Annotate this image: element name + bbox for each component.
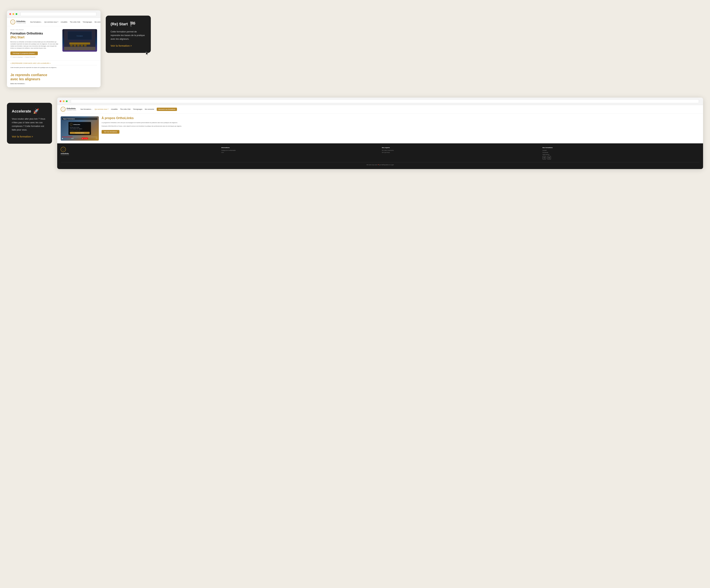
browser-chrome-bottom	[57, 98, 703, 105]
nav-link-links[interactable]: The Links Club	[70, 21, 80, 23]
url-bar-bottom[interactable]	[71, 99, 699, 103]
nav-logo-icon-2: ◯	[61, 107, 66, 112]
dot-green-bottom[interactable]	[66, 100, 68, 102]
url-bar-top[interactable]	[20, 12, 96, 16]
footer-social	[543, 156, 700, 160]
footer-logo-text: Ortholiinks	[61, 153, 218, 155]
footer-col2-title: Nos experts	[382, 147, 539, 148]
duration-info: ⏱ 2 jours en physique + 1 Session Person…	[10, 56, 60, 58]
video-thumbnail: Aligner Performance ◯ OrthoLiinks les li…	[61, 116, 99, 141]
footer-inner: ◯ Ortholiinks FORMATIONS Informations Po…	[61, 147, 700, 160]
about-text2: Partenaire d'INVISALIGN en France, notre…	[101, 125, 700, 127]
svg-point-16	[548, 157, 549, 158]
voir-formations-btn[interactable]: Voir nos formations	[101, 130, 119, 134]
footer-col1-item2[interactable]: CGV	[221, 152, 379, 153]
video-rejoin: Rejoignez le links club	[70, 130, 90, 131]
dot-red[interactable]	[9, 13, 11, 15]
restart-card-link[interactable]: Voir la formation >	[111, 44, 132, 47]
bottom-section: Accelerate 🚀 Vous voulez aller plus loin…	[7, 98, 703, 169]
accelerate-card: Accelerate 🚀 Vous voulez aller plus loin…	[7, 103, 52, 144]
restart-card-header: (Re) Start 🏁	[111, 21, 146, 27]
nav-link-connecter[interactable]: Me connecter	[94, 21, 100, 23]
nav-logo-text-2: Ortholiinks	[67, 108, 76, 110]
accelerate-card-header: Accelerate 🚀	[12, 108, 47, 114]
footer-col1-item1[interactable]: Politique de Confidentialité	[221, 150, 379, 151]
nav-link2-about[interactable]: Qui sommes nous ?	[95, 108, 109, 110]
browser-chrome-top	[7, 10, 100, 18]
nav-links: Nos formations ↓ Qui sommes nous ? Actua…	[30, 20, 100, 24]
page1-hero-image: Formation	[63, 29, 97, 52]
video-card-tagline: les liens pour réussirvotre pratique des…	[70, 126, 90, 130]
video-title-overlay: Aligner Performance	[62, 118, 97, 120]
nav-link2-temoignages[interactable]: Témoignages	[133, 108, 142, 110]
accelerate-card-title: Accelerate	[12, 109, 31, 114]
dot-green[interactable]	[16, 13, 17, 15]
nav-logo-top: ◯ Ortholiinks FORMATIONS	[10, 20, 26, 24]
download-btn[interactable]: Télécharger le programme (Re)Start ↓	[10, 51, 38, 55]
footer-col2-item2[interactable]: DR Cyril Facre	[382, 152, 539, 153]
footer-col3-item3[interactable]: Staff training	[543, 154, 700, 155]
page1-slogan: Cette formation permet de reprendre les …	[10, 67, 97, 68]
nav-link2-actualites[interactable]: Actualités	[111, 108, 118, 110]
accelerate-card-text: Vous voulez aller plus loin ? Vous n'ête…	[12, 117, 47, 132]
fullscreen-icon[interactable]: ⛶	[96, 138, 97, 139]
dot-yellow[interactable]	[13, 13, 14, 15]
footer-col2-item1[interactable]: DR Julien Godenèche	[382, 150, 539, 151]
footer-bottom: Site web conçu avec ❤ par MaRéputation e…	[61, 162, 700, 166]
nav-link2-connecter[interactable]: Me connecter	[145, 108, 154, 110]
page-title: Formation Ortholiinks (Re) Start	[10, 32, 60, 39]
navbar-top: ◯ Ortholiinks FORMATIONS Nos formations …	[7, 18, 100, 26]
bottom-browser-window: ◯ Ortholiinks FORMATIONS Nos formations …	[57, 98, 703, 169]
video-progress-fill	[62, 137, 73, 137]
video-time: 0:00	[71, 138, 74, 139]
page1-quote: « (RE)PRENDRE CONFIANCE AVEC LES ALIGNEU…	[10, 63, 97, 64]
page2-video[interactable]: Aligner Performance ◯ OrthoLiinks les li…	[61, 116, 99, 141]
footer-col-experts: Nos experts DR Julien Godenèche DR Cyril…	[382, 147, 539, 154]
dot-red-bottom[interactable]	[60, 100, 61, 102]
conference-room: Formation	[63, 29, 97, 52]
nav-link-formations[interactable]: Nos formations ↓	[30, 21, 42, 23]
cursor	[146, 51, 149, 56]
nav-logo-sub: FORMATIONS	[16, 22, 26, 24]
about-title: À propos OrthoLiinks	[101, 116, 700, 120]
dot-yellow-bottom[interactable]	[63, 100, 65, 102]
svg-rect-15	[548, 158, 549, 159]
page1-content: Accueil > Pack (Re)Start Formation Ortho…	[7, 26, 100, 61]
video-card-logo: ◯	[70, 123, 73, 126]
page1-image-wrapper: Formation	[63, 29, 97, 58]
nav-link2-links[interactable]: The Links Club	[120, 108, 131, 110]
page1-desc: Bienvenue sur (Re)Start, la formation in…	[10, 41, 60, 49]
footer-col3-item2[interactable]: Accelerate	[543, 152, 700, 153]
restart-card-wrapper: (Re) Start 🏁 Cette formation permet de r…	[106, 10, 151, 53]
page2-about: À propos OrthoLiinks Le programme Orthol…	[101, 116, 700, 134]
footer-col3-title: Nos formations	[543, 147, 700, 148]
nav-link-actualites[interactable]: Actualités	[61, 21, 67, 23]
nav-logo-text: Ortholiinks	[16, 20, 26, 22]
svg-rect-10	[64, 47, 95, 50]
svg-text:Formation: Formation	[77, 35, 83, 37]
linkedin-icon[interactable]	[547, 156, 551, 160]
restart-card-title: (Re) Start	[111, 22, 128, 26]
svg-point-13	[544, 158, 544, 158]
svg-marker-11	[146, 52, 148, 55]
page1-dates: Dates des formations :	[7, 83, 100, 85]
nav-link2-formations[interactable]: Nos formations ↓	[80, 108, 92, 110]
nav-link-about[interactable]: Qui sommes nous ?	[44, 21, 58, 23]
top-browser-window: ◯ Ortholiinks FORMATIONS Nos formations …	[7, 10, 100, 87]
instagram-icon[interactable]	[543, 156, 546, 160]
footer-col-formations: Nos formations (re)start Accelerate Staf…	[543, 147, 700, 160]
footer-col-informations: Informations Politique de Confidentialit…	[221, 147, 379, 154]
navbar-bottom: ◯ Ortholiinks FORMATIONS Nos formations …	[57, 105, 703, 114]
footer-col3-item1[interactable]: (re)start	[543, 150, 700, 151]
room-svg: Formation	[64, 29, 95, 50]
page1-section2: « (RE)PRENDRE CONFIANCE AVEC LES ALIGNEU…	[7, 61, 100, 71]
nav-link-temoignages[interactable]: Témoignages	[83, 21, 92, 23]
video-more-btn[interactable]: PLUS DE VIDÉOS	[70, 132, 90, 134]
nav-cta-bottom[interactable]: Découvrir nos formations	[157, 108, 177, 111]
accelerate-card-link[interactable]: Voir la formation >	[12, 135, 33, 138]
play-icon[interactable]: ▶	[62, 138, 63, 139]
footer-logo-sub: FORMATIONS	[61, 155, 218, 156]
svg-rect-4	[69, 43, 90, 45]
footer-col1-title: Informations	[221, 147, 379, 148]
svg-rect-5	[70, 45, 73, 46]
